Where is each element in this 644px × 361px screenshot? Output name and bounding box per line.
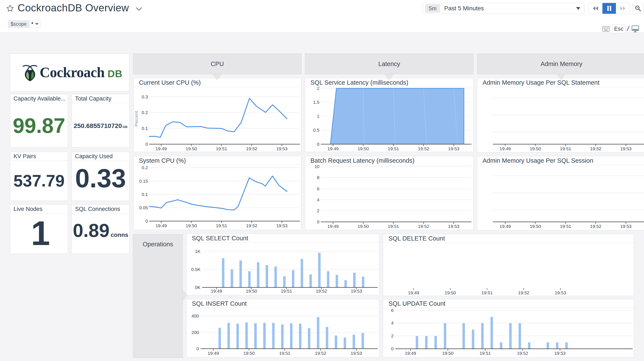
svg-text:0.1: 0.1: [142, 126, 148, 131]
svg-text:6: 6: [317, 186, 320, 191]
svg-text:19:51: 19:51: [560, 146, 571, 151]
svg-text:0: 0: [196, 346, 199, 351]
svg-text:0.2: 0.2: [142, 110, 148, 115]
svg-text:0.1: 0.1: [142, 192, 148, 197]
svg-text:19:50: 19:50: [246, 288, 257, 294]
svg-text:19:53: 19:53: [448, 224, 460, 229]
svg-text:19:49: 19:49: [500, 224, 511, 229]
svg-text:19:49: 19:49: [327, 224, 339, 229]
svg-text:19:51: 19:51: [216, 223, 227, 228]
svg-text:19:53: 19:53: [620, 224, 632, 229]
svg-text:19:53: 19:53: [351, 351, 362, 356]
svg-text:0K: 0K: [195, 285, 200, 290]
svg-text:19:51: 19:51: [482, 290, 493, 295]
svg-text:0.5K: 0.5K: [191, 267, 200, 272]
svg-text:1K: 1K: [195, 249, 200, 254]
svg-text:19:53: 19:53: [554, 351, 566, 356]
svg-text:19:50: 19:50: [530, 146, 541, 151]
svg-text:4: 4: [317, 197, 320, 202]
svg-text:19:51: 19:51: [388, 146, 399, 151]
svg-text:19:50: 19:50: [445, 290, 456, 295]
svg-text:19:52: 19:52: [590, 224, 602, 229]
svg-text:19:49: 19:49: [156, 223, 167, 228]
svg-text:19:52: 19:52: [315, 351, 326, 356]
svg-text:6: 6: [391, 308, 394, 313]
svg-text:19:52: 19:52: [418, 224, 430, 229]
svg-text:19:52: 19:52: [418, 146, 430, 151]
svg-text:19:50: 19:50: [530, 224, 541, 229]
svg-text:19:50: 19:50: [442, 351, 454, 356]
svg-text:19:52: 19:52: [590, 146, 602, 151]
svg-text:1.5: 1.5: [313, 100, 320, 104]
svg-text:19:51: 19:51: [480, 351, 491, 356]
svg-text:19:52: 19:52: [518, 290, 530, 295]
svg-text:19:53: 19:53: [620, 146, 632, 151]
svg-text:400: 400: [192, 314, 199, 318]
svg-text:1: 1: [317, 114, 320, 118]
svg-text:19:53: 19:53: [448, 146, 460, 151]
svg-text:19:50: 19:50: [243, 351, 255, 356]
svg-text:0: 0: [145, 219, 148, 224]
svg-text:Percent: Percent: [134, 111, 139, 127]
svg-text:0: 0: [317, 219, 320, 224]
svg-text:19:49: 19:49: [405, 351, 416, 356]
svg-text:0.3: 0.3: [142, 94, 148, 99]
svg-text:2: 2: [317, 87, 320, 91]
svg-text:19:49: 19:49: [156, 146, 167, 151]
svg-text:4: 4: [391, 320, 394, 326]
svg-text:19:51: 19:51: [216, 146, 227, 151]
svg-text:19:49: 19:49: [408, 290, 419, 295]
svg-text:19:49: 19:49: [208, 351, 219, 356]
svg-text:19:52: 19:52: [246, 223, 258, 228]
svg-text:19:49: 19:49: [327, 146, 339, 151]
svg-text:19:51: 19:51: [388, 224, 399, 229]
svg-text:0: 0: [145, 142, 148, 147]
svg-text:0: 0: [391, 346, 394, 351]
svg-text:19:53: 19:53: [276, 146, 288, 151]
svg-text:19:50: 19:50: [186, 223, 197, 228]
svg-text:19:49: 19:49: [500, 146, 511, 151]
svg-text:8: 8: [317, 175, 320, 180]
svg-text:19:51: 19:51: [279, 351, 290, 356]
svg-text:19:53: 19:53: [276, 223, 288, 228]
svg-text:10: 10: [314, 165, 320, 169]
svg-text:19:52: 19:52: [517, 351, 528, 356]
svg-text:0.05: 0.05: [139, 205, 148, 210]
svg-text:19:52: 19:52: [316, 288, 327, 294]
svg-text:0: 0: [317, 142, 320, 147]
svg-text:19:51: 19:51: [281, 288, 292, 294]
svg-text:19:50: 19:50: [358, 224, 369, 229]
svg-text:19:50: 19:50: [358, 146, 369, 151]
svg-text:19:51: 19:51: [560, 224, 571, 229]
svg-text:19:50: 19:50: [186, 146, 197, 151]
svg-text:2: 2: [317, 208, 320, 213]
svg-text:19:49: 19:49: [211, 288, 222, 294]
svg-text:0.5: 0.5: [313, 128, 320, 132]
svg-text:0.2: 0.2: [142, 165, 148, 170]
svg-text:2: 2: [391, 333, 394, 338]
svg-text:19:52: 19:52: [246, 146, 258, 151]
svg-text:19:53: 19:53: [555, 290, 566, 295]
svg-text:19:53: 19:53: [351, 288, 362, 294]
svg-text:0.15: 0.15: [139, 178, 148, 184]
svg-text:200: 200: [192, 330, 199, 335]
